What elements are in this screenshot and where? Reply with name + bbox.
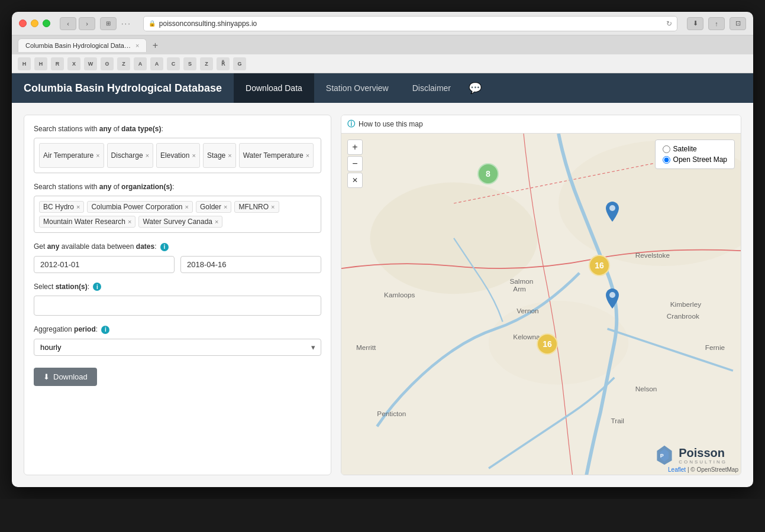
download-icon[interactable]: ⬇ bbox=[687, 17, 703, 30]
reset-button[interactable]: ✕ bbox=[347, 173, 363, 188]
browser-toolbar: H H R X W ⊙ Z A A C S Z R̈ G bbox=[12, 54, 753, 73]
map-area[interactable]: Kamloops Merritt Penticton Salmon Arm Ve… bbox=[341, 134, 741, 475]
orgs-box: BC Hydro × Columbia Power Corporation × … bbox=[34, 196, 321, 233]
remove-air-temperature[interactable]: × bbox=[96, 153, 99, 159]
zoom-out-button[interactable]: − bbox=[347, 156, 363, 171]
remove-bc-hydro[interactable]: × bbox=[76, 204, 80, 210]
cluster-16-top[interactable]: 16 bbox=[589, 255, 610, 276]
pin-top[interactable] bbox=[606, 202, 619, 223]
toolbar-c[interactable]: C bbox=[167, 57, 180, 70]
toolbar-h2[interactable]: H bbox=[34, 57, 47, 70]
date-start-input[interactable] bbox=[34, 256, 175, 273]
dates-info-icon[interactable]: i bbox=[160, 243, 169, 251]
maximize-button[interactable] bbox=[43, 20, 50, 27]
tag-water-survey: Water Survey Canada × bbox=[138, 216, 222, 228]
minimize-button[interactable] bbox=[31, 20, 38, 27]
svg-text:P: P bbox=[660, 453, 664, 459]
app-container: Columbia Basin Hydrological Database Dow… bbox=[12, 73, 753, 487]
remove-water-survey[interactable]: × bbox=[215, 219, 218, 225]
aggregation-select[interactable]: hourly daily monthly bbox=[34, 339, 321, 356]
map-svg: Kamloops Merritt Penticton Salmon Arm Ve… bbox=[341, 134, 741, 475]
cluster-16-bottom[interactable]: 16 bbox=[537, 333, 558, 355]
chat-icon[interactable]: 💬 bbox=[469, 82, 482, 95]
map-layers: Satelite Open Street Map bbox=[655, 140, 735, 169]
nav-buttons: ‹ › bbox=[60, 17, 95, 30]
toolbar-r2[interactable]: R̈ bbox=[217, 57, 230, 70]
nav-download-data[interactable]: Download Data bbox=[234, 73, 314, 103]
fullscreen-icon[interactable]: ⊡ bbox=[730, 17, 746, 30]
tag-water-temperature: Water Temperature × bbox=[239, 143, 314, 168]
tag-mflnro: MFLNRO × bbox=[234, 201, 279, 213]
tag-stage: Stage × bbox=[203, 143, 236, 168]
share-icon[interactable]: ↑ bbox=[708, 17, 725, 30]
toolbar-x[interactable]: X bbox=[67, 57, 80, 70]
browser-tab[interactable]: Columbia Basin Hydrological Database × bbox=[18, 38, 147, 52]
remove-stage[interactable]: × bbox=[228, 153, 231, 159]
map-panel: ⓘ How to use this map bbox=[341, 115, 741, 475]
remove-columbia-power[interactable]: × bbox=[185, 204, 189, 210]
menu-dots[interactable]: ··· bbox=[121, 19, 131, 28]
svg-point-18 bbox=[609, 292, 615, 298]
data-types-label: Search stations with any of data type(s)… bbox=[34, 125, 321, 133]
nav-disclaimer[interactable]: Disclaimer bbox=[401, 73, 463, 103]
window-controls[interactable]: ⊞ bbox=[100, 17, 117, 30]
nav-links: Download Data Station Overview Disclaime… bbox=[234, 73, 463, 103]
toolbar-s[interactable]: S bbox=[183, 57, 196, 70]
remove-mflnro[interactable]: × bbox=[271, 204, 275, 210]
data-types-box: Air Temperature × Discharge × Elevation … bbox=[34, 138, 321, 173]
remove-golder[interactable]: × bbox=[224, 204, 227, 210]
svg-text:Fernie: Fernie bbox=[705, 343, 725, 351]
osm-radio[interactable] bbox=[663, 156, 670, 164]
satellite-radio[interactable] bbox=[663, 145, 670, 153]
toolbar-r[interactable]: R bbox=[51, 57, 64, 70]
osm-attribution: | © OpenStreetMap bbox=[687, 466, 738, 473]
toolbar-h1[interactable]: H bbox=[18, 57, 31, 70]
left-panel: Search stations with any of data type(s)… bbox=[24, 115, 331, 475]
info-icon: ⓘ bbox=[347, 119, 355, 129]
toolbar-z2[interactable]: Z bbox=[200, 57, 213, 70]
tab-close-icon[interactable]: × bbox=[135, 42, 139, 49]
browser-titlebar: ‹ › ⊞ ··· 🔒 poissonconsulting.shinyapps.… bbox=[12, 12, 753, 35]
nav-station-overview[interactable]: Station Overview bbox=[314, 73, 401, 103]
tab-title: Columbia Basin Hydrological Database bbox=[25, 42, 132, 49]
cluster-8[interactable]: 8 bbox=[477, 163, 499, 184]
toolbar-a2[interactable]: A bbox=[150, 57, 163, 70]
cluster-16-bottom-count: 16 bbox=[543, 339, 552, 349]
svg-text:Revelstoke: Revelstoke bbox=[635, 251, 670, 259]
leaflet-link: Leaflet bbox=[668, 466, 686, 473]
remove-water-temperature[interactable]: × bbox=[306, 153, 309, 159]
tag-columbia-power: Columbia Power Corporation × bbox=[87, 201, 193, 213]
toolbar-circle[interactable]: ⊙ bbox=[101, 57, 114, 70]
svg-text:Kimberley: Kimberley bbox=[670, 300, 701, 308]
toolbar-z1[interactable]: Z bbox=[117, 57, 130, 70]
pin-bottom[interactable] bbox=[606, 288, 619, 310]
new-tab-button[interactable]: + bbox=[149, 40, 161, 51]
orgs-label: Search stations with any of organization… bbox=[34, 183, 321, 191]
toolbar-a1[interactable]: A bbox=[134, 57, 147, 70]
toolbar-w[interactable]: W bbox=[84, 57, 97, 70]
osm-option[interactable]: Open Street Map bbox=[663, 155, 727, 164]
toolbar-g[interactable]: G bbox=[233, 57, 246, 70]
remove-discharge[interactable]: × bbox=[146, 153, 149, 159]
tag-air-temperature: Air Temperature × bbox=[39, 143, 104, 168]
forward-button[interactable]: › bbox=[79, 17, 95, 30]
zoom-in-button[interactable]: + bbox=[347, 140, 363, 155]
remove-elevation[interactable]: × bbox=[192, 153, 195, 159]
tag-golder: Golder × bbox=[196, 201, 231, 213]
svg-text:Kamloops: Kamloops bbox=[384, 291, 415, 299]
logo-name: Poisson bbox=[679, 446, 727, 459]
remove-mountain-water[interactable]: × bbox=[128, 219, 131, 225]
download-button[interactable]: ⬇ Download bbox=[34, 368, 97, 386]
aggregation-info-icon[interactable]: i bbox=[101, 326, 109, 334]
satellite-option[interactable]: Satelite bbox=[663, 145, 727, 153]
url-bar[interactable]: 🔒 poissonconsulting.shinyapps.io ↻ bbox=[143, 16, 677, 31]
stations-info-icon[interactable]: i bbox=[93, 283, 101, 291]
refresh-icon[interactable]: ↻ bbox=[666, 20, 672, 28]
stations-box[interactable] bbox=[34, 296, 321, 316]
close-button[interactable] bbox=[19, 20, 27, 27]
date-end-input[interactable] bbox=[180, 256, 321, 273]
svg-point-17 bbox=[609, 205, 615, 211]
back-button[interactable]: ‹ bbox=[60, 17, 76, 30]
cluster-8-count: 8 bbox=[486, 169, 490, 179]
osm-label: Open Street Map bbox=[673, 155, 727, 164]
